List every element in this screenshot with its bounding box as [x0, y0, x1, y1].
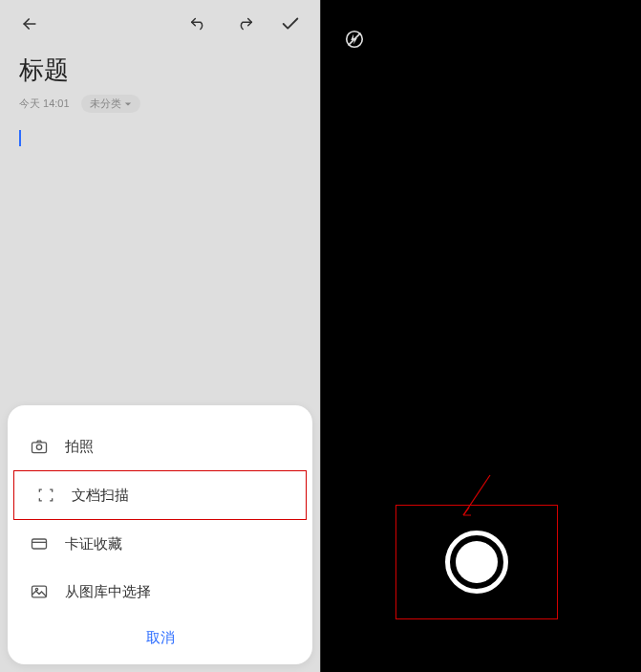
text-cursor [19, 130, 21, 146]
redo-button[interactable] [230, 10, 259, 38]
svg-rect-1 [32, 443, 47, 453]
option-label: 从图库中选择 [65, 583, 151, 601]
gallery-icon [29, 581, 50, 602]
option-take-photo[interactable]: 拍照 [8, 423, 312, 470]
option-label: 拍照 [65, 438, 94, 456]
confirm-button[interactable] [276, 10, 305, 38]
shutter-highlight-box [395, 505, 558, 619]
svg-rect-5 [32, 586, 47, 597]
note-timestamp: 今天 14:01 [19, 97, 70, 111]
camera-icon [29, 436, 50, 457]
category-label: 未分类 [90, 97, 121, 111]
card-icon [29, 533, 50, 554]
back-button[interactable] [15, 10, 44, 38]
option-label: 文档扫描 [72, 487, 129, 505]
option-card-collect[interactable]: 卡证收藏 [8, 520, 312, 568]
svg-rect-3 [32, 539, 47, 549]
note-category-pill[interactable]: 未分类 [81, 95, 140, 113]
option-label: 卡证收藏 [65, 535, 122, 553]
undo-button[interactable] [184, 10, 213, 38]
top-bar [0, 0, 320, 48]
insert-menu-sheet: 拍照 文档扫描 卡证收藏 从图库中选择 [8, 405, 312, 664]
cancel-button[interactable]: 取消 [8, 616, 312, 651]
note-body[interactable] [0, 113, 320, 163]
camera-pane [320, 0, 641, 672]
svg-point-2 [36, 444, 41, 449]
note-title[interactable]: 标题 [0, 48, 320, 89]
scan-icon [35, 485, 56, 506]
note-editor-pane: 标题 今天 14:01 未分类 拍照 [0, 0, 320, 672]
shutter-button[interactable] [445, 531, 508, 594]
option-from-gallery[interactable]: 从图库中选择 [8, 568, 312, 616]
note-meta: 今天 14:01 未分类 [0, 89, 320, 113]
caret-down-icon [124, 98, 132, 110]
svg-point-6 [35, 588, 37, 590]
option-document-scan[interactable]: 文档扫描 [13, 470, 307, 520]
svg-line-8 [349, 33, 361, 46]
no-flash-icon[interactable] [344, 29, 365, 50]
shutter-inner [456, 541, 498, 583]
